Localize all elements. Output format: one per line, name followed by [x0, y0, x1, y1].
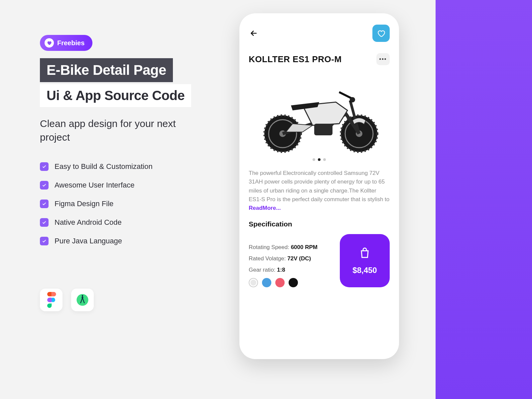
phone-mockup: KOLLTER ES1 PRO-M •••	[239, 13, 399, 359]
read-more-link[interactable]: ReadMore...	[249, 205, 281, 211]
figma-icon	[40, 289, 63, 311]
back-button[interactable]	[249, 28, 259, 38]
spec-value: 6000 RPM	[291, 244, 318, 250]
spec-row: Rotating Speed: 6000 RPM	[249, 244, 340, 251]
color-swatch[interactable]	[249, 278, 258, 287]
product-image	[249, 70, 390, 157]
more-options-button[interactable]: •••	[376, 53, 390, 65]
checklist-item-label: Easy to Build & Customization	[55, 162, 153, 171]
android-studio-icon	[71, 289, 94, 311]
freebies-pill: Freebies	[40, 35, 92, 51]
checklist-item-label: Pure Java Language	[55, 237, 122, 245]
product-header: KOLLTER ES1 PRO-M •••	[249, 53, 390, 65]
bag-icon	[358, 246, 371, 261]
promo-subtitle: Clean app design for your next project	[40, 117, 200, 144]
color-swatch[interactable]	[289, 278, 298, 287]
heart-icon	[45, 38, 54, 48]
check-icon	[40, 181, 49, 190]
favorite-button[interactable]	[372, 25, 390, 42]
spec-value: 72V (DC)	[287, 255, 311, 262]
tool-badges	[40, 289, 226, 311]
checklist-item: Awesome User Interface	[40, 181, 226, 190]
svg-rect-14	[314, 124, 332, 135]
svg-rect-3	[82, 295, 83, 297]
color-swatch[interactable]	[262, 278, 271, 287]
checklist-item: Figma Design File	[40, 200, 226, 208]
description-text: The powerful Electronically controlled S…	[249, 170, 389, 202]
spec-heading: Specification	[249, 220, 390, 228]
spec-value: 1:8	[277, 267, 285, 273]
promo-pane: Freebies E-Bike Detail Page Ui & App Sou…	[40, 35, 226, 311]
spec-row: Gear ratio: 1:8	[249, 267, 340, 273]
spec-list: Rotating Speed: 6000 RPM Rated Volatge: …	[249, 244, 340, 287]
checklist-item-label: Awesome User Interface	[55, 181, 134, 190]
color-swatch-row	[249, 278, 340, 287]
spec-label: Rotating Speed:	[249, 244, 289, 250]
check-icon	[40, 218, 49, 227]
product-title: KOLLTER ES1 PRO-M	[249, 54, 342, 65]
product-description: The powerful Electronically controlled S…	[249, 169, 390, 213]
checklist-item: Easy to Build & Customization	[40, 162, 226, 171]
color-swatch[interactable]	[275, 278, 285, 287]
checklist-item: Pure Java Language	[40, 237, 226, 245]
feature-checklist: Easy to Build & Customization Awesome Us…	[40, 162, 226, 245]
checklist-item-label: Figma Design File	[55, 200, 113, 208]
spec-label: Gear ratio:	[249, 267, 275, 273]
check-icon	[40, 237, 49, 245]
bottom-row: Rotating Speed: 6000 RPM Rated Volatge: …	[249, 234, 390, 287]
svg-point-13	[350, 97, 355, 102]
headline-dark: E-Bike Detail Page	[40, 58, 173, 82]
checklist-item: Native Android Code	[40, 218, 226, 227]
svg-point-2	[81, 297, 83, 298]
pager-dot[interactable]	[313, 158, 315, 161]
check-icon	[40, 200, 49, 208]
headline-light: Ui & App Source Code	[40, 84, 191, 107]
check-icon	[40, 162, 49, 171]
accent-sidebar	[436, 0, 532, 399]
spec-label: Rated Volatge:	[249, 255, 286, 262]
buy-button[interactable]: $8,450	[340, 234, 390, 287]
image-pager[interactable]	[249, 158, 390, 161]
checklist-item-label: Native Android Code	[55, 218, 122, 227]
freebies-label: Freebies	[57, 39, 84, 47]
spec-row: Rated Volatge: 72V (DC)	[249, 255, 340, 262]
motorcycle-icon	[253, 74, 386, 154]
phone-navbar	[249, 25, 390, 42]
price-label: $8,450	[352, 266, 377, 275]
pager-dot[interactable]	[323, 158, 326, 161]
pager-dot[interactable]	[318, 158, 321, 161]
